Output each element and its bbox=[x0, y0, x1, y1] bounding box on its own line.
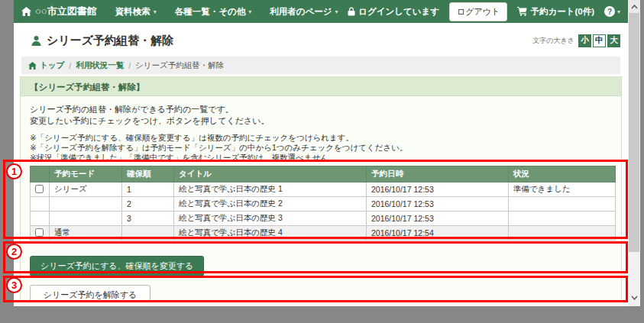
person-icon bbox=[31, 35, 42, 47]
header-mode: 予約モード bbox=[50, 166, 122, 182]
table-row: 2絵と写真で学ぶ日本の歴史 22016/10/17 12:53 bbox=[31, 197, 616, 212]
navbar-right: ログインしています ログアウト 予約カート(0件) ? ▾ bbox=[348, 2, 620, 21]
cell-order bbox=[122, 226, 174, 241]
login-status-label: ログインしています bbox=[358, 6, 439, 18]
breadcrumb-top-link[interactable]: トップ bbox=[28, 60, 64, 71]
cell-status: 準備できました bbox=[509, 182, 616, 197]
browser-page: ○○市立図書館 資料検索 ▾ 各種一覧・その他 ▾ 利用者のページ ▾ bbox=[14, 0, 628, 306]
cell-status bbox=[509, 212, 616, 226]
desktop-background: ○○市立図書館 資料検索 ▾ 各種一覧・その他 ▾ 利用者のページ ▾ bbox=[0, 0, 644, 323]
breadcrumb-top-label: トップ bbox=[40, 60, 64, 71]
scroll-up-arrow[interactable] bbox=[628, 0, 640, 13]
cell-datetime: 2016/10/17 12:53 bbox=[367, 212, 509, 226]
nav-menu-user-page[interactable]: 利用者のページ ▾ bbox=[270, 6, 338, 18]
cart-icon bbox=[517, 7, 527, 16]
notes: ※「シリーズ予約にする、確保順を変更する」は複数の予約にチェックをつけられます。… bbox=[30, 133, 612, 163]
lock-icon bbox=[348, 7, 355, 16]
annotation-number-3: 3 bbox=[6, 277, 22, 293]
breadcrumb-usage-list-link[interactable]: 利用状況一覧 bbox=[76, 60, 124, 71]
note-line: ※「シリーズ予約にする、確保順を変更する」は複数の予約にチェックをつけられます。 bbox=[30, 133, 612, 143]
header-checkbox bbox=[31, 166, 50, 182]
reservation-cart-link[interactable]: 予約カート(0件) bbox=[517, 6, 594, 18]
nav-menu-material-search[interactable]: 資料検索 ▾ bbox=[115, 6, 157, 18]
reservation-table-body: シリーズ1絵と写真で学ぶ日本の歴史 12016/10/17 12:53準備できま… bbox=[31, 182, 616, 241]
breadcrumb-separator: / bbox=[69, 61, 71, 70]
navbar-left: ○○市立図書館 資料検索 ▾ 各種一覧・その他 ▾ 利用者のページ ▾ bbox=[21, 5, 338, 18]
cell-status bbox=[509, 226, 616, 241]
help-icon: ? bbox=[604, 6, 615, 17]
help-menu[interactable]: ? ▾ bbox=[604, 6, 620, 17]
header-datetime: 予約日時 bbox=[367, 166, 509, 182]
nav-menu-label: 利用者のページ bbox=[270, 6, 332, 18]
font-size-controls: 文字の大きさ 小 中 大 bbox=[532, 34, 620, 47]
cell-mode: 通常 bbox=[50, 226, 122, 241]
nav-menu-lists-other[interactable]: 各種一覧・その他 ▾ bbox=[175, 6, 252, 18]
scrollbar-thumb[interactable] bbox=[629, 13, 639, 252]
font-size-label: 文字の大きさ bbox=[532, 36, 574, 46]
cell-datetime: 2016/10/17 12:53 bbox=[367, 197, 509, 212]
font-size-small-button[interactable]: 小 bbox=[578, 34, 591, 47]
chevron-down-icon: ▾ bbox=[335, 8, 338, 15]
breadcrumb: トップ / 利用状況一覧 / シリーズ予約組替・解除 bbox=[21, 57, 620, 74]
series-change-order-button[interactable]: シリーズ予約にする、確保順を変更する bbox=[30, 256, 204, 276]
cell-mode bbox=[50, 197, 122, 212]
cell-title: 絵と写真で学ぶ日本の歴史 2 bbox=[174, 197, 367, 212]
annotation-number-2: 2 bbox=[6, 244, 22, 260]
page-title: シリーズ予約組替・解除 bbox=[31, 34, 173, 48]
cell-checkbox bbox=[31, 226, 50, 241]
cell-mode bbox=[50, 212, 122, 226]
chevron-down-icon: ▾ bbox=[248, 8, 251, 15]
table-row: シリーズ1絵と写真で学ぶ日本の歴史 12016/10/17 12:53準備できま… bbox=[31, 182, 616, 197]
site-home-link[interactable]: ○○市立図書館 bbox=[21, 5, 97, 18]
table-row: 通常絵と写真で学ぶ日本の歴史 42016/10/17 12:54 bbox=[31, 226, 616, 241]
table-row: 3絵と写真で学ぶ日本の歴史 32016/10/17 12:53 bbox=[31, 212, 616, 226]
chevron-down-icon: ▾ bbox=[154, 8, 157, 15]
header-status: 状況 bbox=[509, 166, 616, 182]
reservation-table: 予約モード 確保順 タイトル 予約日時 状況 シリーズ1絵と写真で学ぶ日本の歴史… bbox=[30, 166, 616, 241]
font-size-medium-button[interactable]: 中 bbox=[593, 34, 606, 47]
site-brand-label: ○○市立図書館 bbox=[35, 5, 97, 18]
login-status: ログインしています bbox=[348, 6, 439, 18]
cart-label: 予約カート(0件) bbox=[530, 6, 594, 18]
panel-body: シリーズ予約の組替・解除ができる予約の一覧です。 変更したい予約にチェックをつけ… bbox=[21, 96, 621, 302]
note-line: ※状況「準備できました」「準備中です」を含むシリーズ予約は、複数選べません。 bbox=[30, 153, 612, 163]
cell-order: 2 bbox=[122, 197, 174, 212]
breadcrumb-current: シリーズ予約組替・解除 bbox=[135, 60, 224, 71]
cell-datetime: 2016/10/17 12:54 bbox=[367, 226, 509, 241]
cell-checkbox bbox=[31, 182, 50, 197]
panel-heading: 【シリーズ予約組替・解除】 bbox=[21, 77, 621, 96]
cell-checkbox bbox=[31, 197, 50, 212]
font-size-large-button[interactable]: 大 bbox=[607, 34, 620, 47]
series-reservation-panel: 【シリーズ予約組替・解除】 シリーズ予約の組替・解除ができる予約の一覧です。 変… bbox=[20, 76, 622, 302]
cell-title: 絵と写真で学ぶ日本の歴史 1 bbox=[174, 182, 367, 197]
cell-title: 絵と写真で学ぶ日本の歴史 4 bbox=[174, 226, 367, 241]
cell-order: 3 bbox=[122, 212, 174, 226]
home-icon bbox=[28, 62, 37, 69]
nav-menu-label: 資料検索 bbox=[115, 6, 150, 18]
nav-menu-label: 各種一覧・その他 bbox=[175, 6, 246, 18]
vertical-scrollbar[interactable] bbox=[628, 0, 640, 306]
header-title: タイトル bbox=[174, 166, 367, 182]
breadcrumb-separator: / bbox=[128, 61, 131, 70]
title-row: シリーズ予約組替・解除 文字の大きさ 小 中 大 bbox=[21, 29, 620, 52]
cell-mode: シリーズ bbox=[50, 182, 122, 197]
cell-status bbox=[509, 197, 616, 212]
series-cancel-button[interactable]: シリーズ予約を解除する bbox=[30, 285, 150, 302]
top-navbar: ○○市立図書館 資料検索 ▾ 各種一覧・その他 ▾ 利用者のページ ▾ bbox=[14, 0, 628, 23]
row-checkbox[interactable] bbox=[35, 185, 44, 193]
home-icon bbox=[21, 7, 31, 16]
row-checkbox[interactable] bbox=[35, 228, 44, 237]
scroll-down-arrow[interactable] bbox=[628, 291, 640, 305]
cell-order: 1 bbox=[122, 182, 174, 197]
cell-datetime: 2016/10/17 12:53 bbox=[367, 182, 509, 197]
page-title-label: シリーズ予約組替・解除 bbox=[47, 34, 173, 48]
cell-title: 絵と写真で学ぶ日本の歴史 3 bbox=[174, 212, 367, 226]
chevron-down-icon: ▾ bbox=[617, 8, 620, 15]
description-line: 変更したい予約にチェックをつけ、ボタンを押してください。 bbox=[30, 115, 612, 127]
logout-button[interactable]: ログアウト bbox=[449, 2, 507, 21]
note-line: ※「シリーズ予約を解除する」は予約モード「シリーズ」の中から1つのみチェックをつ… bbox=[30, 143, 612, 153]
header-order: 確保順 bbox=[122, 166, 174, 182]
annotation-number-1: 1 bbox=[6, 163, 22, 179]
cell-checkbox bbox=[31, 212, 50, 226]
table-header-row: 予約モード 確保順 タイトル 予約日時 状況 bbox=[31, 166, 616, 182]
